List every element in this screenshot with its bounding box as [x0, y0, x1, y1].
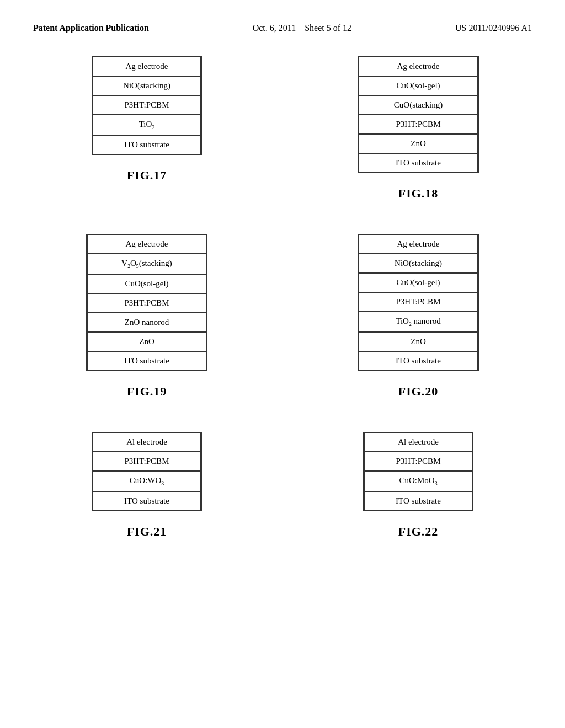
- layer: ITO substrate: [93, 135, 201, 154]
- layer: ZnO nanorod: [87, 313, 206, 332]
- figure-label-22: FIG.22: [398, 524, 439, 539]
- layer-stack-20: Ag electrode NiO(stacking) CuO(sol‑gel) …: [358, 234, 479, 371]
- layer: P3HT:PCBM: [359, 292, 478, 312]
- layer: P3HT:PCBM: [359, 115, 478, 134]
- layer: Ag electrode: [93, 57, 201, 76]
- layer: NiO(stacking): [359, 254, 478, 273]
- layer: ZnO: [359, 332, 478, 351]
- figure-18: Ag electrode CuO(sol‑gel) CuO(stacking) …: [305, 56, 532, 201]
- figures-grid: Ag electrode NiO(stacking) P3HT:PCBM TiO…: [33, 56, 532, 538]
- layer-stack-22: Al electrode P3HT:PCBM CuO:MoO3 ITO subs…: [363, 432, 473, 511]
- layer: ITO substrate: [359, 351, 478, 370]
- layer: Al electrode: [364, 433, 472, 452]
- layer-stack-17: Ag electrode NiO(stacking) P3HT:PCBM TiO…: [92, 56, 202, 155]
- layer: TiO2: [93, 115, 201, 135]
- layer: NiO(stacking): [93, 76, 201, 95]
- figure-19: Ag electrode V2O5(stacking) CuO(sol‑gel)…: [33, 234, 260, 399]
- header-patent-number: US 2011/0240996 A1: [455, 22, 532, 34]
- header-date-sheet: Oct. 6, 2011 Sheet 5 of 12: [253, 22, 351, 34]
- figure-17: Ag electrode NiO(stacking) P3HT:PCBM TiO…: [33, 56, 260, 201]
- layer: Ag electrode: [359, 235, 478, 254]
- layer: P3HT:PCBM: [87, 293, 206, 313]
- layer: Ag electrode: [87, 235, 206, 254]
- layer: Ag electrode: [359, 57, 478, 76]
- figure-label-20: FIG.20: [398, 384, 439, 399]
- layer: ITO substrate: [87, 351, 206, 370]
- layer-stack-19: Ag electrode V2O5(stacking) CuO(sol‑gel)…: [86, 234, 207, 371]
- layer: ITO substrate: [93, 491, 201, 510]
- layer: TiO2 nanorod: [359, 312, 478, 332]
- header-sheet: Sheet 5 of 12: [305, 23, 351, 33]
- layer: Al electrode: [93, 433, 201, 452]
- header-publication-title: Patent Application Publication: [33, 22, 149, 34]
- layer: CuO:WO3: [93, 471, 201, 491]
- figure-label-19: FIG.19: [127, 384, 167, 399]
- figure-label-18: FIG.18: [398, 186, 439, 201]
- layer: P3HT:PCBM: [93, 452, 201, 471]
- layer-stack-21: Al electrode P3HT:PCBM CuO:WO3 ITO subst…: [92, 432, 202, 511]
- figure-22: Al electrode P3HT:PCBM CuO:MoO3 ITO subs…: [305, 432, 532, 539]
- layer: ZnO: [359, 134, 478, 153]
- layer-stack-18: Ag electrode CuO(sol‑gel) CuO(stacking) …: [358, 56, 479, 173]
- layer: CuO(sol‑gel): [87, 274, 206, 293]
- figure-20: Ag electrode NiO(stacking) CuO(sol‑gel) …: [305, 234, 532, 399]
- layer: V2O5(stacking): [87, 254, 206, 274]
- layer: CuO(sol‑gel): [359, 76, 478, 95]
- layer: CuO(sol‑gel): [359, 273, 478, 292]
- layer: CuO:MoO3: [364, 471, 472, 491]
- figure-21: Al electrode P3HT:PCBM CuO:WO3 ITO subst…: [33, 432, 260, 539]
- header-date: Oct. 6, 2011: [253, 23, 296, 33]
- figure-label-21: FIG.21: [127, 524, 167, 539]
- header: Patent Application Publication Oct. 6, 2…: [33, 22, 532, 34]
- layer: ITO substrate: [364, 491, 472, 510]
- layer: P3HT:PCBM: [93, 95, 201, 115]
- figure-label-17: FIG.17: [127, 168, 167, 183]
- layer: ZnO: [87, 332, 206, 351]
- layer: P3HT:PCBM: [364, 452, 472, 471]
- page: Patent Application Publication Oct. 6, 2…: [0, 0, 565, 728]
- layer: CuO(stacking): [359, 95, 478, 115]
- layer: ITO substrate: [359, 153, 478, 172]
